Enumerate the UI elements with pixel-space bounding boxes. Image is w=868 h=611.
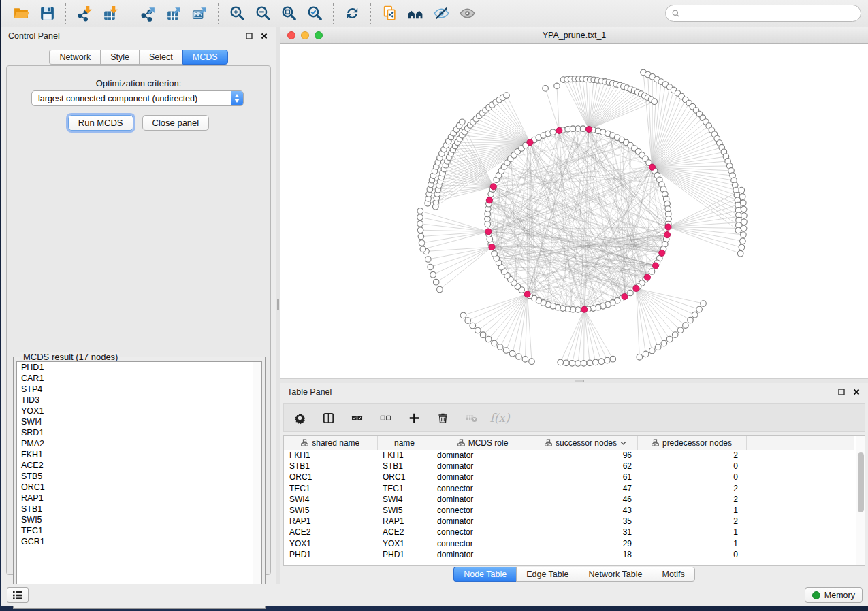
trash-button[interactable] — [434, 409, 451, 427]
table-row[interactable]: SWI5SWI5connector431 — [284, 505, 854, 516]
table-row[interactable]: PHD1PHD1dominator180 — [284, 549, 854, 560]
zoom-out-button[interactable] — [250, 3, 276, 24]
run-mcds-button[interactable]: Run MCDS — [68, 115, 133, 131]
close-panel-icon[interactable] — [259, 31, 269, 41]
tab-select[interactable]: Select — [139, 50, 182, 65]
column-header-predecessor-nodes[interactable]: predecessor nodes — [637, 436, 746, 450]
network-graph[interactable] — [280, 44, 868, 378]
column-header-filler — [746, 436, 854, 450]
mcds-result-node[interactable]: TID3 — [17, 395, 261, 406]
export-network-icon — [140, 5, 157, 22]
mcds-result-node[interactable]: SWI4 — [17, 416, 261, 427]
mcds-result-node[interactable]: SRD1 — [17, 427, 261, 438]
tab-network[interactable]: Network — [49, 50, 100, 65]
close-panel-button[interactable]: Close panel — [142, 115, 210, 131]
memory-button[interactable]: Memory — [805, 587, 863, 603]
open-button[interactable] — [8, 3, 34, 24]
export-image-button[interactable] — [187, 3, 212, 24]
import-table-button[interactable] — [97, 3, 123, 24]
toolbar-separator — [129, 3, 129, 24]
zoom-in-button[interactable] — [224, 3, 250, 24]
column-header-successor-nodes[interactable]: successor nodes — [534, 436, 637, 450]
mcds-result-node[interactable]: STP4 — [17, 384, 261, 395]
task-history-button[interactable] — [7, 587, 29, 603]
mcds-result-node[interactable]: GCR1 — [17, 536, 261, 547]
export-network-button[interactable] — [135, 3, 161, 24]
table-toolbar: f(x) — [283, 403, 865, 432]
table-row[interactable]: TEC1TEC1connector472 — [284, 483, 854, 494]
table-row[interactable]: ORC1ORC1dominator610 — [284, 472, 854, 482]
fx-button[interactable]: f(x) — [491, 409, 509, 427]
mcds-result-node[interactable]: PHD1 — [17, 362, 261, 373]
toolbar-group — [8, 3, 60, 24]
table-tab-network-table[interactable]: Network Table — [579, 567, 652, 582]
memory-status-icon — [812, 591, 820, 599]
table-row[interactable]: STB1STB1dominator620 — [284, 461, 854, 472]
columns-button[interactable] — [319, 409, 337, 427]
mcds-result-node[interactable]: ORC1 — [17, 482, 261, 493]
column-header-MCDS-role[interactable]: MCDS role — [432, 436, 534, 450]
horizontal-splitter[interactable] — [280, 378, 868, 383]
mcds-result-node[interactable]: SWI5 — [17, 514, 261, 525]
tab-style[interactable]: Style — [100, 50, 139, 65]
result-list-scrollbar[interactable] — [253, 362, 261, 605]
save-button[interactable] — [34, 3, 60, 24]
vertical-splitter[interactable] — [276, 27, 280, 584]
refresh-button[interactable] — [339, 3, 365, 24]
mcds-result-node[interactable]: ACE2 — [17, 460, 261, 471]
table-row[interactable]: FKH1FKH1dominator962 — [284, 450, 854, 461]
delete-column-button[interactable] — [462, 409, 480, 427]
first-neighbors-button[interactable] — [402, 3, 428, 24]
table-scrollbar[interactable] — [856, 436, 865, 565]
splitter-grip[interactable] — [277, 299, 279, 310]
trash-icon — [436, 412, 449, 425]
table-tab-motifs[interactable]: Motifs — [652, 567, 694, 582]
mcds-result-node[interactable]: STB1 — [17, 503, 261, 514]
select-all-button[interactable] — [348, 409, 366, 427]
mcds-result-list[interactable]: PHD1CAR1STP4TID3YOX1SWI4SRD1PMA2FKH1ACE2… — [16, 361, 262, 606]
network-title: YPA_prune.txt_1 — [280, 31, 868, 40]
add-button[interactable] — [405, 409, 423, 427]
show-all-button[interactable] — [454, 3, 480, 24]
tab-mcds[interactable]: MCDS — [182, 50, 228, 65]
float-panel-icon[interactable] — [244, 31, 254, 41]
close-table-panel-icon[interactable] — [852, 387, 861, 397]
export-table-button[interactable] — [161, 3, 187, 24]
import-network-icon — [76, 5, 93, 22]
application-window: Control Panel NetworkStyleSelectMCDS Opt… — [1, 0, 868, 606]
save-icon — [39, 5, 56, 22]
duplicate-network-icon — [381, 5, 398, 22]
mcds-result-node[interactable]: STB5 — [17, 471, 261, 482]
node-table[interactable]: shared namenameMCDS rolesuccessor nodesp… — [284, 436, 854, 560]
table-row[interactable]: YOX1YOX1connector291 — [284, 538, 854, 549]
import-network-button[interactable] — [71, 3, 97, 24]
table-row[interactable]: SWI4SWI4dominator462 — [284, 494, 854, 505]
duplicate-network-button[interactable] — [376, 3, 402, 24]
column-header-name[interactable]: name — [377, 436, 432, 450]
mcds-result-node[interactable]: PMA2 — [17, 438, 261, 449]
float-table-panel-icon[interactable] — [837, 387, 846, 397]
table-row[interactable]: ACE2ACE2connector311 — [284, 527, 854, 538]
mcds-result-node[interactable]: FKH1 — [17, 449, 261, 460]
mcds-result-node[interactable]: RAP1 — [17, 493, 261, 503]
horizontal-splitter-grip[interactable] — [575, 380, 584, 382]
mcds-result-node[interactable]: YOX1 — [17, 406, 261, 416]
table-row[interactable]: RAP1RAP1dominator352 — [284, 516, 854, 527]
table-tab-node-table[interactable]: Node Table — [453, 567, 516, 582]
hide-selected-button[interactable] — [428, 3, 454, 24]
deselect-all-button[interactable] — [376, 409, 394, 427]
gear-button[interactable] — [291, 409, 308, 427]
network-canvas[interactable] — [280, 44, 868, 378]
network-window: YPA_prune.txt_1 — [280, 27, 868, 383]
table-scrollbar-thumb[interactable] — [858, 452, 864, 512]
zoom-selected-button[interactable] — [302, 3, 327, 24]
column-header-shared-name[interactable]: shared name — [284, 436, 377, 450]
mcds-result-node[interactable]: TEC1 — [17, 525, 261, 536]
mcds-result-node[interactable]: CAR1 — [17, 373, 261, 384]
search-box[interactable] — [665, 5, 861, 22]
table-tab-edge-table[interactable]: Edge Table — [516, 567, 578, 582]
criterion-dropdown[interactable]: largest connected component (undirected) — [31, 90, 244, 106]
search-input[interactable] — [684, 9, 855, 18]
zoom-fit-button[interactable] — [276, 3, 302, 24]
toolbar-separator — [333, 3, 334, 24]
